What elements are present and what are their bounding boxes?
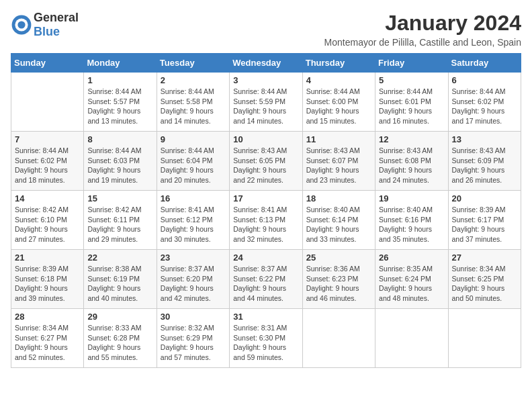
weekday-header-monday: Monday [84, 54, 157, 73]
calendar-cell: 29Sunrise: 8:33 AMSunset: 6:28 PMDayligh… [84, 309, 157, 368]
calendar-cell: 22Sunrise: 8:38 AMSunset: 6:19 PMDayligh… [84, 250, 157, 309]
day-number: 2 [161, 75, 226, 85]
day-number: 30 [161, 312, 226, 322]
calendar-cell: 8Sunrise: 8:44 AMSunset: 6:03 PMDaylight… [84, 132, 157, 191]
calendar-cell [11, 73, 84, 132]
day-info: Sunrise: 8:44 AMSunset: 6:01 PMDaylight:… [379, 87, 444, 126]
day-number: 1 [87, 75, 152, 85]
title-block: January 2024 Montemayor de Pililla, Cast… [324, 11, 521, 48]
day-number: 22 [87, 253, 152, 263]
weekday-header-thursday: Thursday [302, 54, 375, 73]
day-number: 29 [87, 312, 152, 322]
day-number: 17 [233, 193, 298, 203]
calendar-week-row-5: 28Sunrise: 8:34 AMSunset: 6:27 PMDayligh… [11, 309, 521, 368]
calendar-cell: 26Sunrise: 8:35 AMSunset: 6:24 PMDayligh… [375, 250, 448, 309]
day-info: Sunrise: 8:42 AMSunset: 6:10 PMDaylight:… [15, 205, 80, 244]
weekday-header-friday: Friday [375, 54, 448, 73]
day-number: 5 [379, 75, 444, 85]
logo-text-blue: Blue [34, 25, 60, 38]
day-number: 4 [306, 75, 371, 85]
day-number: 11 [306, 134, 371, 144]
day-info: Sunrise: 8:44 AMSunset: 5:57 PMDaylight:… [87, 87, 152, 126]
day-number: 15 [87, 193, 152, 203]
calendar-cell: 1Sunrise: 8:44 AMSunset: 5:57 PMDaylight… [84, 73, 157, 132]
day-info: Sunrise: 8:44 AMSunset: 5:59 PMDaylight:… [233, 87, 298, 126]
calendar-cell: 28Sunrise: 8:34 AMSunset: 6:27 PMDayligh… [11, 309, 84, 368]
day-info: Sunrise: 8:44 AMSunset: 6:03 PMDaylight:… [87, 146, 152, 185]
day-info: Sunrise: 8:44 AMSunset: 6:04 PMDaylight:… [161, 146, 226, 185]
day-number: 27 [452, 253, 517, 263]
calendar-cell: 23Sunrise: 8:37 AMSunset: 6:20 PMDayligh… [157, 250, 229, 309]
logo: General Blue [11, 11, 79, 39]
calendar-week-row-2: 7Sunrise: 8:44 AMSunset: 6:02 PMDaylight… [11, 132, 521, 191]
day-info: Sunrise: 8:41 AMSunset: 6:13 PMDaylight:… [233, 205, 298, 244]
weekday-header-sunday: Sunday [11, 54, 84, 73]
day-number: 3 [233, 75, 298, 85]
calendar-cell: 14Sunrise: 8:42 AMSunset: 6:10 PMDayligh… [11, 191, 84, 250]
day-info: Sunrise: 8:34 AMSunset: 6:25 PMDaylight:… [452, 264, 517, 304]
day-info: Sunrise: 8:33 AMSunset: 6:28 PMDaylight:… [87, 323, 152, 363]
day-number: 16 [161, 193, 226, 203]
day-info: Sunrise: 8:44 AMSunset: 6:00 PMDaylight:… [306, 87, 371, 126]
calendar-cell: 13Sunrise: 8:43 AMSunset: 6:09 PMDayligh… [448, 132, 521, 191]
calendar-cell: 11Sunrise: 8:43 AMSunset: 6:07 PMDayligh… [302, 132, 375, 191]
page-header: General Blue January 2024 Montemayor de … [11, 11, 521, 48]
day-info: Sunrise: 8:43 AMSunset: 6:09 PMDaylight:… [452, 146, 517, 185]
weekday-header-tuesday: Tuesday [157, 54, 229, 73]
calendar-cell: 12Sunrise: 8:43 AMSunset: 6:08 PMDayligh… [375, 132, 448, 191]
day-number: 21 [15, 253, 80, 263]
calendar-cell: 30Sunrise: 8:32 AMSunset: 6:29 PMDayligh… [157, 309, 229, 368]
calendar-cell: 21Sunrise: 8:39 AMSunset: 6:18 PMDayligh… [11, 250, 84, 309]
day-number: 12 [379, 134, 444, 144]
calendar-cell: 3Sunrise: 8:44 AMSunset: 5:59 PMDaylight… [230, 73, 302, 132]
calendar-cell: 17Sunrise: 8:41 AMSunset: 6:13 PMDayligh… [230, 191, 302, 250]
day-info: Sunrise: 8:34 AMSunset: 6:27 PMDaylight:… [15, 323, 80, 363]
day-info: Sunrise: 8:37 AMSunset: 6:20 PMDaylight:… [161, 264, 226, 304]
day-number: 8 [87, 134, 152, 144]
day-number: 23 [161, 253, 226, 263]
day-number: 31 [233, 312, 298, 322]
day-info: Sunrise: 8:44 AMSunset: 6:02 PMDaylight:… [452, 87, 517, 126]
day-info: Sunrise: 8:36 AMSunset: 6:23 PMDaylight:… [306, 264, 371, 304]
day-number: 9 [161, 134, 226, 144]
day-info: Sunrise: 8:38 AMSunset: 6:19 PMDaylight:… [87, 264, 152, 304]
calendar-cell: 16Sunrise: 8:41 AMSunset: 6:12 PMDayligh… [157, 191, 229, 250]
day-number: 7 [15, 134, 80, 144]
calendar-cell: 7Sunrise: 8:44 AMSunset: 6:02 PMDaylight… [11, 132, 84, 191]
calendar-cell: 10Sunrise: 8:43 AMSunset: 6:05 PMDayligh… [230, 132, 302, 191]
calendar-cell: 9Sunrise: 8:44 AMSunset: 6:04 PMDaylight… [157, 132, 229, 191]
day-info: Sunrise: 8:43 AMSunset: 6:08 PMDaylight:… [379, 146, 444, 185]
calendar-week-row-4: 21Sunrise: 8:39 AMSunset: 6:18 PMDayligh… [11, 250, 521, 309]
day-info: Sunrise: 8:31 AMSunset: 6:30 PMDaylight:… [233, 323, 298, 363]
day-info: Sunrise: 8:37 AMSunset: 6:22 PMDaylight:… [233, 264, 298, 304]
calendar-cell [375, 309, 448, 368]
calendar-cell: 5Sunrise: 8:44 AMSunset: 6:01 PMDaylight… [375, 73, 448, 132]
day-number: 20 [452, 193, 517, 203]
calendar-cell [448, 309, 521, 368]
calendar-cell: 4Sunrise: 8:44 AMSunset: 6:00 PMDaylight… [302, 73, 375, 132]
calendar-week-row-1: 1Sunrise: 8:44 AMSunset: 5:57 PMDaylight… [11, 73, 521, 132]
calendar-cell [302, 309, 375, 368]
calendar-cell: 24Sunrise: 8:37 AMSunset: 6:22 PMDayligh… [230, 250, 302, 309]
location-subtitle: Montemayor de Pililla, Castille and Leon… [324, 37, 521, 48]
logo-text-general: General [34, 11, 79, 24]
weekday-header-saturday: Saturday [448, 54, 521, 73]
calendar-cell: 15Sunrise: 8:42 AMSunset: 6:11 PMDayligh… [84, 191, 157, 250]
day-info: Sunrise: 8:42 AMSunset: 6:11 PMDaylight:… [87, 205, 152, 244]
day-number: 19 [379, 193, 444, 203]
calendar-cell: 2Sunrise: 8:44 AMSunset: 5:58 PMDaylight… [157, 73, 229, 132]
day-number: 10 [233, 134, 298, 144]
day-number: 6 [452, 75, 517, 85]
day-info: Sunrise: 8:40 AMSunset: 6:14 PMDaylight:… [306, 205, 371, 244]
day-number: 26 [379, 253, 444, 263]
calendar-cell: 6Sunrise: 8:44 AMSunset: 6:02 PMDaylight… [448, 73, 521, 132]
calendar-cell: 27Sunrise: 8:34 AMSunset: 6:25 PMDayligh… [448, 250, 521, 309]
day-info: Sunrise: 8:43 AMSunset: 6:07 PMDaylight:… [306, 146, 371, 185]
calendar-table: SundayMondayTuesdayWednesdayThursdayFrid… [11, 53, 521, 368]
day-info: Sunrise: 8:35 AMSunset: 6:24 PMDaylight:… [379, 264, 444, 304]
day-info: Sunrise: 8:40 AMSunset: 6:16 PMDaylight:… [379, 205, 444, 244]
day-number: 25 [306, 253, 371, 263]
day-info: Sunrise: 8:39 AMSunset: 6:18 PMDaylight:… [15, 264, 80, 304]
calendar-week-row-3: 14Sunrise: 8:42 AMSunset: 6:10 PMDayligh… [11, 191, 521, 250]
svg-point-2 [17, 21, 25, 28]
